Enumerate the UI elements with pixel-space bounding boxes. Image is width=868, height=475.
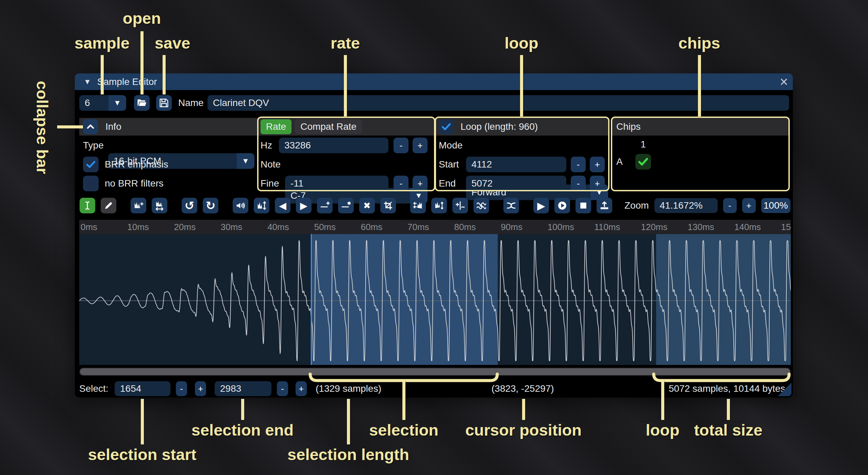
timeline-tick-label: 140ms [734, 222, 761, 232]
stop-button[interactable] [575, 198, 591, 213]
annotation-save-line [163, 55, 166, 94]
annotation-selection-end-line [241, 399, 244, 420]
hz-plus-button[interactable]: + [413, 138, 428, 153]
window-title: Sample Editor [97, 76, 157, 87]
fade-out-button[interactable]: ▶ [296, 198, 312, 213]
selection-region [311, 234, 498, 365]
annotation-loop-line [520, 55, 523, 117]
loop-end-input[interactable]: 5072 [466, 176, 566, 191]
selection-start-input[interactable]: 1654 [115, 381, 170, 396]
timeline-tick-label: 110ms [594, 222, 620, 232]
annotation-selection-length-line [347, 399, 350, 444]
make-wavetable-button[interactable] [597, 198, 612, 213]
loop-start-plus-button[interactable]: + [590, 157, 605, 172]
filter-waves-icon [476, 200, 486, 211]
fine-plus-button[interactable]: + [413, 176, 428, 191]
tab-rate[interactable]: Rate [261, 119, 291, 134]
wave-reverse-icon [413, 200, 423, 211]
annotation-selection-end: selection end [191, 421, 294, 439]
fine-label: Fine [261, 176, 279, 191]
fine-input[interactable]: -11 [285, 176, 388, 191]
timeline-tick-label: 20ms [174, 222, 196, 232]
delete-icon: ✖ [363, 200, 371, 211]
brr-emphasis-label: BRR emphasis [105, 157, 168, 172]
timeline-ruler[interactable]: 0ms10ms20ms30ms40ms50ms60ms70ms80ms90ms1… [79, 220, 791, 234]
trim-button[interactable] [380, 198, 396, 213]
selection-start-minus-button[interactable]: - [176, 381, 187, 396]
timeline-tick-label: 30ms [221, 222, 243, 232]
fine-minus-button[interactable]: - [394, 176, 408, 191]
sample-name-input[interactable]: Clarinet DQV [207, 95, 789, 111]
chip-assign-checkbox[interactable] [635, 154, 651, 170]
annotation-rate: rate [331, 34, 360, 52]
resample-button[interactable] [131, 198, 146, 213]
open-sample-button[interactable] [134, 95, 150, 111]
selection-end-plus-button[interactable]: + [296, 381, 307, 396]
loop-end-label: End [439, 176, 456, 191]
hz-minus-button[interactable]: - [394, 138, 408, 153]
redo-button[interactable]: ↻ [203, 198, 218, 213]
selection-end-input[interactable]: 2983 [215, 381, 271, 396]
loop-start-minus-button[interactable]: - [571, 157, 586, 172]
mode-label: Mode [439, 138, 463, 153]
timeline-tick-label: 70ms [407, 222, 429, 232]
check-icon [440, 121, 452, 133]
fade-in-icon: ◀ [279, 200, 286, 211]
resize-grip[interactable] [778, 383, 791, 396]
zoom-in-button[interactable]: + [742, 198, 756, 213]
window-collapse-icon[interactable]: ▼ [84, 77, 91, 86]
undo-button[interactable]: ↺ [182, 198, 197, 213]
no-brr-filters-checkbox[interactable] [83, 176, 99, 191]
loop-end-minus-button[interactable]: - [571, 176, 586, 191]
edit-mode-draw-button[interactable] [101, 198, 116, 213]
selection-end-minus-button[interactable]: - [277, 381, 288, 396]
preview-from-cursor-button[interactable] [554, 198, 570, 213]
selection-start-plus-button[interactable]: + [195, 381, 206, 396]
check-icon [637, 156, 649, 168]
zoom-reset-button[interactable]: 100% [761, 198, 790, 213]
reverse-button[interactable] [410, 198, 426, 213]
chevron-down-icon[interactable]: ▼ [237, 153, 254, 169]
close-icon[interactable]: × [780, 73, 788, 90]
loop-start-input[interactable]: 4112 [466, 157, 566, 172]
rate-header: Rate Compat Rate [258, 118, 434, 136]
signedness-button[interactable] [452, 198, 468, 213]
annotation-open: open [123, 9, 161, 28]
invert-button[interactable] [431, 198, 447, 213]
timeline-tick-label: 80ms [454, 222, 476, 232]
amplify-button[interactable] [233, 198, 248, 213]
zoom-input[interactable]: 41.1672% [654, 198, 718, 213]
wave-stretch-icon [154, 200, 165, 211]
hz-input[interactable]: 33286 [279, 138, 388, 153]
stretch-button[interactable] [152, 198, 167, 213]
loop-end-plus-button[interactable]: + [590, 176, 605, 191]
annotation-selection-start: selection start [88, 445, 197, 464]
chevron-down-icon[interactable]: ▼ [108, 95, 126, 111]
normalize-button[interactable] [254, 198, 269, 213]
waveform-display[interactable] [79, 234, 791, 365]
title-bar[interactable]: ▼ Sample Editor × [75, 73, 793, 90]
apply-silence-button[interactable] [338, 198, 354, 213]
fade-in-button[interactable]: ◀ [275, 198, 290, 213]
crossfade-button[interactable] [503, 198, 519, 213]
annotation-chips-line [698, 55, 701, 117]
edit-mode-select-button[interactable] [80, 198, 95, 213]
tab-compat-rate[interactable]: Compat Rate [295, 119, 362, 134]
save-sample-button[interactable] [156, 95, 172, 111]
zoom-label: Zoom [624, 200, 649, 211]
sample-select-dropdown[interactable]: 6 ▼ [79, 95, 126, 111]
insert-silence-button[interactable] [317, 198, 333, 213]
annotation-selection-length: selection length [287, 445, 409, 464]
preview-button[interactable]: ▶ [533, 198, 549, 213]
wave-invert-icon [434, 200, 444, 211]
annotation-selection-line [402, 381, 405, 420]
loop-enable-checkbox[interactable] [439, 119, 454, 134]
pencil-icon [104, 201, 113, 210]
zoom-out-button[interactable]: - [723, 198, 737, 213]
filter-button[interactable] [473, 198, 489, 213]
annotation-loop-bottom: loop [646, 421, 679, 439]
brr-emphasis-checkbox[interactable] [83, 157, 99, 172]
sample-editor-window: ▼ Sample Editor × 6 ▼ Name Clarinet DQV … [75, 73, 793, 398]
collapse-bar-button[interactable] [83, 119, 98, 134]
delete-button[interactable]: ✖ [359, 198, 375, 213]
